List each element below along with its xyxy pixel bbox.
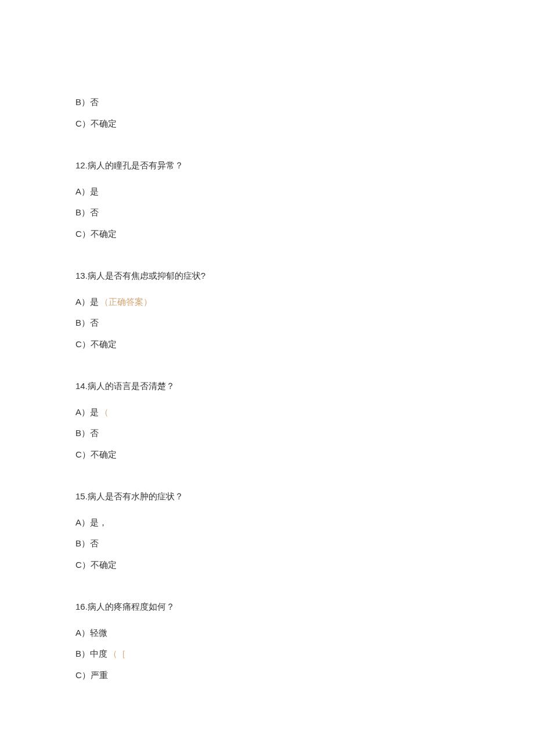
option-label: A）是 bbox=[75, 407, 99, 417]
question-number: 14. bbox=[75, 381, 88, 391]
option-label: C）严重 bbox=[75, 670, 108, 680]
option-label: B）否 bbox=[75, 207, 99, 217]
option-label: B）否 bbox=[75, 318, 99, 327]
option-item: A）是（正确答案） bbox=[75, 296, 459, 309]
question-14: 14.病人的语言是否清楚？ A）是（ B）否 C）不确定 bbox=[75, 380, 459, 461]
option-label: A）是， bbox=[75, 517, 107, 527]
option-label: A）是 bbox=[75, 186, 99, 196]
option-label: A）是 bbox=[75, 297, 99, 307]
option-label: B）否 bbox=[75, 538, 99, 548]
question-body: 病人是否有焦虑或抑郁的症状? bbox=[88, 271, 205, 280]
option-label: B）否 bbox=[75, 428, 99, 438]
partial-marker: （［ bbox=[109, 649, 126, 658]
question-number: 13. bbox=[75, 271, 88, 280]
option-item: B）否 bbox=[75, 96, 459, 109]
option-label: A）轻微 bbox=[75, 628, 107, 638]
question-body: 病人的语言是否清楚？ bbox=[88, 381, 175, 391]
question-text: 15.病人是否有水肿的症状？ bbox=[75, 490, 459, 503]
option-label: C）不确定 bbox=[75, 449, 117, 459]
option-item: A）轻微 bbox=[75, 627, 459, 640]
option-item: B）否 bbox=[75, 316, 459, 330]
option-item: C）不确定 bbox=[75, 117, 459, 131]
question-text: 16.病人的疼痛程度如何？ bbox=[75, 600, 459, 614]
question-13: 13.病人是否有焦虑或抑郁的症状? A）是（正确答案） B）否 C）不确定 bbox=[75, 269, 459, 351]
option-label: B）中度 bbox=[75, 649, 107, 658]
option-item: C）不确定 bbox=[75, 228, 459, 241]
option-item: A）是 bbox=[75, 185, 459, 199]
question-body: 病人的瞳孔是否有异常？ bbox=[88, 160, 183, 170]
orphan-options-group: B）否 C）不确定 bbox=[75, 96, 459, 130]
option-label: C）不确定 bbox=[75, 339, 117, 349]
option-item: B）否 bbox=[75, 206, 459, 219]
option-label: C）不确定 bbox=[75, 229, 117, 239]
option-item: C）不确定 bbox=[75, 448, 459, 462]
option-item: C）不确定 bbox=[75, 338, 459, 351]
option-item: B）中度（［ bbox=[75, 647, 459, 661]
question-15: 15.病人是否有水肿的症状？ A）是， B）否 C）不确定 bbox=[75, 490, 459, 571]
question-text: 13.病人是否有焦虑或抑郁的症状? bbox=[75, 269, 459, 283]
question-text: 12.病人的瞳孔是否有异常？ bbox=[75, 159, 459, 172]
partial-marker: （ bbox=[100, 407, 109, 417]
option-item: C）严重 bbox=[75, 669, 459, 682]
question-16: 16.病人的疼痛程度如何？ A）轻微 B）中度（［ C）严重 bbox=[75, 600, 459, 682]
option-item: C）不确定 bbox=[75, 559, 459, 572]
question-text: 14.病人的语言是否清楚？ bbox=[75, 380, 459, 393]
option-label: C）不确定 bbox=[75, 560, 117, 570]
option-item: B）否 bbox=[75, 427, 459, 440]
option-item: B）否 bbox=[75, 537, 459, 550]
option-item: A）是， bbox=[75, 516, 459, 530]
question-body: 病人是否有水肿的症状？ bbox=[88, 491, 183, 501]
question-number: 15. bbox=[75, 491, 88, 501]
question-number: 16. bbox=[75, 602, 88, 611]
option-item: A）是（ bbox=[75, 406, 459, 419]
question-12: 12.病人的瞳孔是否有异常？ A）是 B）否 C）不确定 bbox=[75, 159, 459, 240]
question-body: 病人的疼痛程度如何？ bbox=[88, 602, 175, 611]
question-number: 12. bbox=[75, 160, 88, 170]
option-label: C）不确定 bbox=[75, 118, 117, 128]
option-label: B）否 bbox=[75, 97, 99, 107]
correct-answer-marker: （正确答案） bbox=[100, 297, 152, 307]
